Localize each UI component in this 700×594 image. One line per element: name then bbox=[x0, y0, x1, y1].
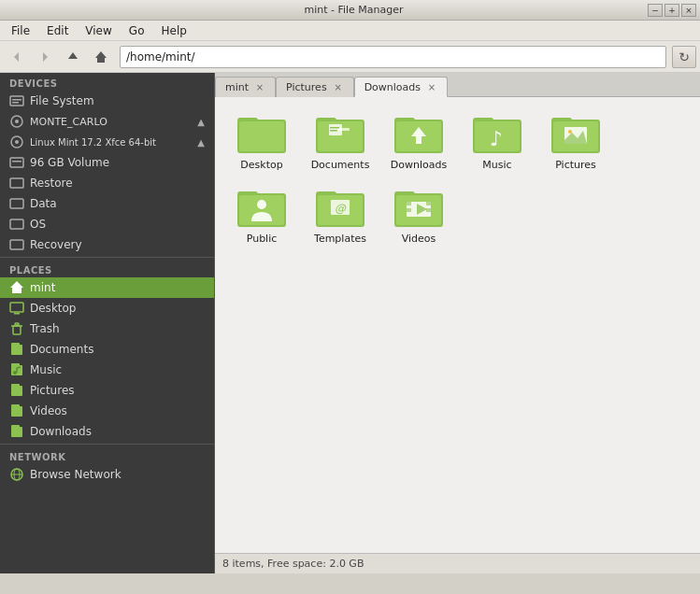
svg-rect-41 bbox=[239, 121, 284, 151]
window-title: mint - File Manager bbox=[60, 4, 648, 16]
tab-close-downloads[interactable]: × bbox=[426, 81, 437, 92]
status-bar: 8 items, Free space: 2.0 GB bbox=[215, 553, 700, 573]
sidebar-item-downloads[interactable]: Downloads bbox=[0, 421, 214, 442]
svg-point-8 bbox=[15, 120, 19, 123]
menu-item-view[interactable]: View bbox=[78, 22, 119, 39]
svg-text:♪: ♪ bbox=[490, 127, 503, 150]
svg-line-29 bbox=[17, 367, 21, 368]
tab-bar: mint × Pictures × Downloads × bbox=[215, 73, 700, 97]
svg-rect-11 bbox=[10, 158, 23, 167]
svg-rect-35 bbox=[11, 427, 22, 437]
file-item-documents[interactable]: Documents bbox=[303, 106, 378, 177]
svg-rect-33 bbox=[11, 406, 22, 417]
svg-rect-14 bbox=[10, 199, 23, 208]
menu-item-go[interactable]: Go bbox=[121, 22, 152, 39]
close-button[interactable]: × bbox=[681, 4, 696, 17]
back-button[interactable] bbox=[4, 45, 30, 69]
svg-rect-47 bbox=[330, 127, 339, 129]
svg-rect-22 bbox=[15, 323, 19, 325]
tab-mint[interactable]: mint × bbox=[215, 77, 276, 97]
menu-item-edit[interactable]: Edit bbox=[39, 22, 76, 39]
svg-marker-2 bbox=[68, 52, 78, 59]
status-text: 8 items, Free space: 2.0 GB bbox=[222, 558, 364, 570]
title-bar: mint - File Manager − + × bbox=[0, 0, 700, 21]
sidebar-item-os[interactable]: OS bbox=[0, 214, 214, 234]
tab-close-mint[interactable]: × bbox=[254, 82, 265, 93]
devices-header: DEVICES bbox=[0, 73, 214, 91]
svg-marker-1 bbox=[43, 52, 48, 62]
svg-marker-0 bbox=[14, 52, 19, 62]
svg-marker-3 bbox=[95, 51, 107, 63]
svg-rect-15 bbox=[10, 219, 23, 229]
svg-rect-4 bbox=[10, 96, 23, 106]
svg-rect-18 bbox=[10, 303, 23, 312]
file-item-desktop[interactable]: Desktop bbox=[224, 106, 299, 177]
tab-pictures[interactable]: Pictures × bbox=[276, 77, 354, 97]
svg-rect-16 bbox=[10, 240, 23, 249]
file-item-public[interactable]: Public bbox=[224, 180, 299, 250]
toolbar: /home/mint/ ↻ bbox=[0, 41, 700, 73]
sidebar-item-videos[interactable]: Videos bbox=[0, 401, 214, 421]
file-item-videos[interactable]: Videos bbox=[381, 180, 456, 250]
sidebar-item-monte-carlo[interactable]: MONTE_CARLO ▲ bbox=[0, 111, 214, 132]
file-grid: Desktop Documents bbox=[215, 97, 700, 553]
sidebar-item-recovery[interactable]: Recovery bbox=[0, 234, 214, 255]
svg-rect-48 bbox=[330, 130, 337, 132]
svg-rect-19 bbox=[14, 313, 20, 315]
content-area: mint × Pictures × Downloads × Deskt bbox=[215, 73, 700, 573]
forward-button[interactable] bbox=[32, 45, 58, 69]
sidebar-item-96gb[interactable]: 96 GB Volume bbox=[0, 152, 214, 173]
tab-downloads[interactable]: Downloads × bbox=[354, 77, 448, 97]
svg-rect-5 bbox=[12, 99, 21, 101]
home-button[interactable] bbox=[88, 45, 114, 69]
svg-point-10 bbox=[15, 140, 19, 144]
svg-rect-6 bbox=[12, 102, 19, 104]
sidebar-item-data[interactable]: Data bbox=[0, 193, 214, 214]
svg-rect-76 bbox=[407, 202, 411, 205]
svg-rect-24 bbox=[11, 345, 22, 355]
main-container: DEVICES File System MONTE_CARLO ▲ Linux … bbox=[0, 73, 700, 573]
sidebar: DEVICES File System MONTE_CARLO ▲ Linux … bbox=[0, 73, 215, 573]
sidebar-item-desktop[interactable]: Desktop bbox=[0, 298, 214, 318]
file-item-downloads[interactable]: Downloads bbox=[381, 106, 456, 177]
sidebar-item-browse-network[interactable]: Browse Network bbox=[0, 464, 214, 485]
svg-rect-20 bbox=[13, 326, 21, 334]
menu-bar: FileEditViewGoHelp bbox=[0, 21, 700, 41]
sidebar-item-filesystem[interactable]: File System bbox=[0, 91, 214, 111]
sidebar-item-documents[interactable]: Documents bbox=[0, 339, 214, 360]
address-bar[interactable]: /home/mint/ bbox=[120, 46, 666, 68]
svg-rect-79 bbox=[426, 208, 431, 212]
svg-rect-12 bbox=[12, 161, 21, 163]
reload-button[interactable]: ↻ bbox=[672, 46, 696, 68]
svg-rect-13 bbox=[10, 178, 23, 188]
svg-rect-31 bbox=[11, 386, 22, 396]
tab-close-pictures[interactable]: × bbox=[333, 82, 344, 93]
svg-marker-17 bbox=[10, 281, 23, 293]
sidebar-item-linuxmint[interactable]: Linux Mint 17.2 Xfce 64-bit ▲ bbox=[0, 132, 214, 152]
sidebar-item-trash[interactable]: Trash bbox=[0, 318, 214, 339]
up-button[interactable] bbox=[60, 45, 86, 69]
file-item-music[interactable]: ♪ Music bbox=[460, 106, 535, 177]
sidebar-item-mint[interactable]: mint bbox=[0, 277, 214, 298]
minimize-button[interactable]: − bbox=[648, 4, 663, 17]
sidebar-item-music[interactable]: Music bbox=[0, 360, 214, 380]
network-header: NETWORK bbox=[0, 446, 214, 464]
file-item-pictures[interactable]: Pictures bbox=[538, 106, 613, 177]
file-item-templates[interactable]: @ Templates bbox=[303, 180, 378, 250]
sidebar-item-pictures[interactable]: Pictures bbox=[0, 380, 214, 401]
svg-point-62 bbox=[568, 130, 572, 134]
svg-rect-77 bbox=[407, 208, 411, 212]
svg-text:@: @ bbox=[335, 202, 347, 215]
places-header: PLACES bbox=[0, 260, 214, 277]
svg-point-66 bbox=[257, 200, 266, 209]
menu-item-help[interactable]: Help bbox=[153, 22, 193, 39]
window-controls: − + × bbox=[648, 4, 696, 17]
maximize-button[interactable]: + bbox=[664, 4, 679, 17]
sidebar-item-restore[interactable]: Restore bbox=[0, 173, 214, 193]
menu-item-file[interactable]: File bbox=[4, 22, 37, 39]
svg-rect-78 bbox=[426, 202, 431, 205]
